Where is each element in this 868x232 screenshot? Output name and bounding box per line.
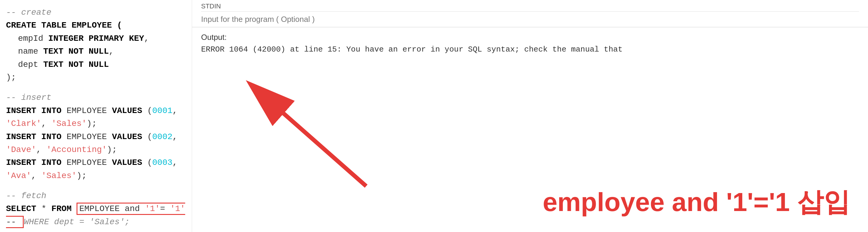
right-panel: STDIN Output: ERROR 1064 (42000) at line…	[192, 0, 868, 232]
insert-section: -- insert INSERT INTO EMPLOYEE VALUES (0…	[0, 91, 192, 182]
fetch-line: SELECT * FROM EMPLOYEE and '1'= '1' -- W…	[6, 202, 186, 228]
create-line-3: name TEXT NOT NULL,	[6, 45, 186, 58]
main-container: -- create CREATE TABLE EMPLOYEE ( empId …	[0, 0, 868, 232]
output-section: Output: ERROR 1064 (42000) at line 15: Y…	[192, 27, 868, 232]
create-section: -- create CREATE TABLE EMPLOYEE ( empId …	[0, 6, 192, 84]
create-comment: -- create	[6, 6, 186, 19]
fetch-comment: -- fetch	[6, 190, 186, 202]
code-editor: -- create CREATE TABLE EMPLOYEE ( empId …	[0, 0, 192, 232]
create-line-1: CREATE TABLE EMPLOYEE (	[6, 19, 186, 32]
insert-line-1: INSERT INTO EMPLOYEE VALUES (0001, 'Clar…	[6, 104, 186, 130]
gap-1	[0, 84, 192, 91]
fetch-section: -- fetch SELECT * FROM EMPLOYEE and '1'=…	[0, 190, 192, 228]
stdin-section: STDIN	[192, 0, 868, 27]
create-line-5: );	[6, 71, 186, 84]
annotation-text: employee and '1'='1 삽입	[542, 184, 850, 220]
stdin-label: STDIN	[201, 2, 859, 10]
output-text: ERROR 1064 (42000) at line 15: You have …	[201, 45, 859, 54]
insert-comment: -- insert	[6, 91, 186, 104]
create-line-2: empId INTEGER PRIMARY KEY,	[6, 32, 186, 45]
insert-line-3: INSERT INTO EMPLOYEE VALUES (0003, 'Ava'…	[6, 156, 186, 182]
gap-2	[0, 182, 192, 190]
output-label: Output:	[201, 33, 859, 42]
stdin-input[interactable]	[201, 11, 859, 27]
svg-line-1	[252, 86, 366, 186]
create-line-4: dept TEXT NOT NULL	[6, 58, 186, 71]
insert-line-2: INSERT INTO EMPLOYEE VALUES (0002, 'Dave…	[6, 130, 186, 157]
